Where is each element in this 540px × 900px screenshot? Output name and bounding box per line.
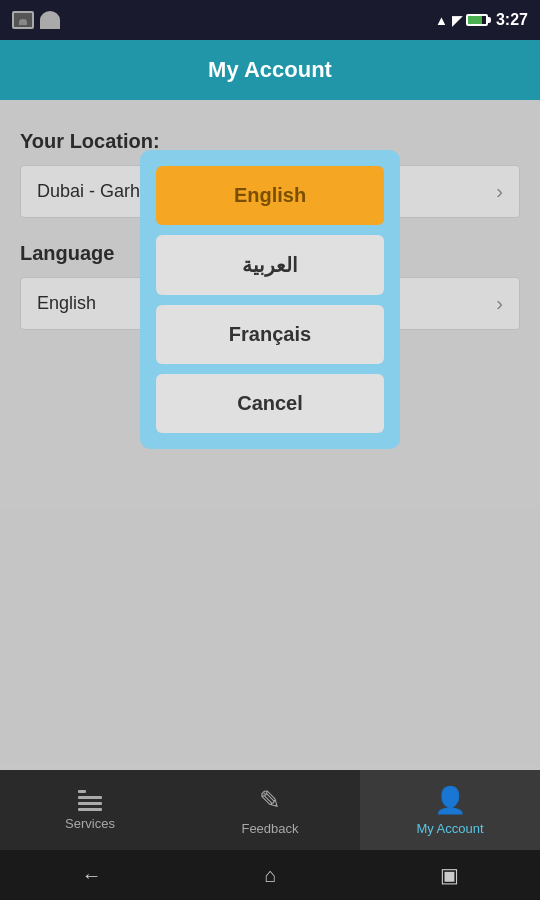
tab-feedback[interactable]: ✎ Feedback xyxy=(180,770,360,850)
cancel-button[interactable]: Cancel xyxy=(156,374,384,433)
tab-services-label: Services xyxy=(65,816,115,831)
account-icon: 👤 xyxy=(434,785,466,816)
app-header: My Account xyxy=(0,40,540,100)
tab-bar: Services ✎ Feedback 👤 My Account xyxy=(0,770,540,850)
photo-icon xyxy=(12,11,34,29)
main-content: Your Location: Dubai - Garhoud › Languag… xyxy=(0,100,540,770)
feedback-icon: ✎ xyxy=(259,785,281,816)
android-icon xyxy=(40,11,60,29)
back-button[interactable] xyxy=(61,856,121,895)
battery-icon xyxy=(466,14,488,26)
tab-feedback-label: Feedback xyxy=(241,821,298,836)
services-icon xyxy=(78,790,102,811)
tab-my-account[interactable]: 👤 My Account xyxy=(360,770,540,850)
status-bar-right: ▲ ◤ 3:27 xyxy=(435,11,528,29)
language-dialog: English العربية Français Cancel xyxy=(140,150,400,449)
dialog-overlay: English العربية Français Cancel xyxy=(0,100,540,770)
arabic-button[interactable]: العربية xyxy=(156,235,384,295)
wifi-icon: ▲ xyxy=(435,13,448,28)
recents-button[interactable] xyxy=(420,855,479,895)
status-bar: ▲ ◤ 3:27 xyxy=(0,0,540,40)
nav-bar xyxy=(0,850,540,900)
tab-account-label: My Account xyxy=(416,821,483,836)
french-button[interactable]: Français xyxy=(156,305,384,364)
signal-icon: ◤ xyxy=(452,13,462,28)
time-display: 3:27 xyxy=(496,11,528,29)
status-bar-icons xyxy=(12,11,60,29)
tab-services[interactable]: Services xyxy=(0,770,180,850)
page-title: My Account xyxy=(208,57,332,83)
home-button[interactable] xyxy=(244,856,296,895)
english-button[interactable]: English xyxy=(156,166,384,225)
